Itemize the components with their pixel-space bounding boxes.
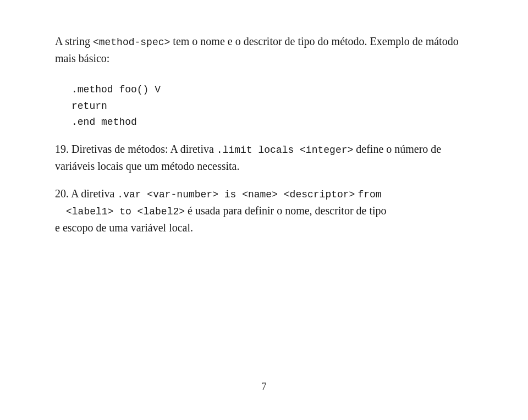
code-line-2: return bbox=[72, 98, 473, 115]
section-20: 20. A diretiva .var <var-number> is <nam… bbox=[55, 185, 473, 236]
page-footer: 7 bbox=[55, 381, 473, 398]
section-19-number: 19. bbox=[55, 143, 69, 155]
limit-locals-code: .limit locals <integer> bbox=[217, 145, 353, 156]
page-number: 7 bbox=[262, 381, 267, 392]
method-spec-code: <method-spec> bbox=[93, 37, 170, 48]
intro-text: A string bbox=[55, 35, 93, 47]
code-line-1: .method foo() V bbox=[72, 82, 473, 98]
section-19: 19. Diretivas de métodos: A diretiva .li… bbox=[55, 141, 473, 174]
section-19-text1: Diretivas de métodos: A diretiva bbox=[69, 143, 217, 155]
code-example: .method foo() V return .end method bbox=[72, 82, 473, 131]
section-20-number: 20. bbox=[55, 187, 69, 200]
code-line-3: .end method bbox=[72, 114, 473, 131]
content-area: A string <method-spec> tem o nome e o de… bbox=[55, 33, 473, 381]
page-container: A string <method-spec> tem o nome e o de… bbox=[0, 0, 528, 420]
intro-paragraph: A string <method-spec> tem o nome e o de… bbox=[55, 33, 473, 67]
